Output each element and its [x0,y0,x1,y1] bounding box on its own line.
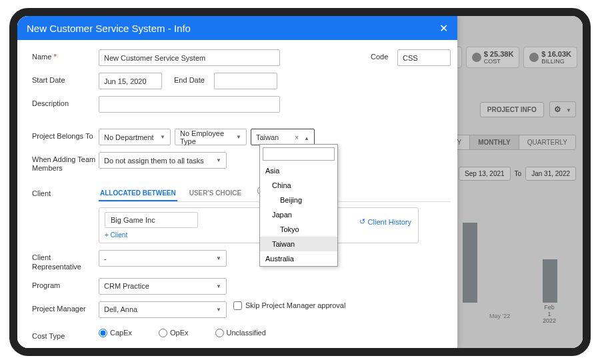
chevron-down-icon: ▼ [216,283,221,289]
client-rep-select[interactable]: -▼ [99,250,227,267]
project-mgr-select[interactable]: Dell, Anna▼ [99,301,227,318]
department-select[interactable]: No Department▼ [99,129,171,145]
location-select[interactable]: Taiwan×▲ [251,129,315,145]
dd-item-taiwan[interactable]: Taiwan [260,237,337,251]
employee-type-select[interactable]: No Employee Type▼ [175,129,247,145]
name-input[interactable] [99,49,280,66]
label-name: Name * [32,49,99,61]
label-client: Client [32,186,99,197]
label-program: Program [32,278,99,289]
clear-icon[interactable]: × [295,134,299,141]
dd-item-australia[interactable]: Australia [260,251,337,266]
tab-allocated-between[interactable]: ALLOCATED BETWEEN [99,186,177,201]
chevron-down-icon: ▼ [216,157,221,163]
close-button[interactable]: ✕ [439,22,448,35]
modal: New Customer Service System - Info ✕ Nam… [17,16,457,348]
label-code: Code [371,49,397,61]
add-client-link[interactable]: + Client [105,231,413,239]
chevron-down-icon: ▼ [216,307,221,313]
start-date-input[interactable] [99,73,162,89]
tab-users-choice[interactable]: USER'S CHOICE [188,186,243,201]
dd-item-asia[interactable]: Asia [260,163,337,178]
assign-rule-select[interactable]: Do not assign them to all tasks▼ [99,152,227,169]
label-start-date: Start Date [32,73,99,84]
radio-capex[interactable]: CapEx [99,329,132,337]
label-description: Description [32,96,99,107]
billing-type-value: Time & Materials - Hourly Rate [99,347,199,348]
location-dropdown: Asia China Beijing Japan Tokyo Taiwan Au… [259,144,338,267]
client-box: Big Game Inc + Client ↺Client History [99,207,419,243]
program-select[interactable]: CRM Practice▼ [99,278,227,295]
chevron-up-icon: ▲ [304,135,309,141]
client-history-link[interactable]: ↺Client History [359,217,411,226]
description-input[interactable] [99,96,280,113]
label-when-adding: When Adding Team Members [32,152,99,173]
label-billing-type: Billing Type [32,347,99,348]
chevron-down-icon: ▼ [160,134,165,140]
client-chip[interactable]: Big Game Inc [105,212,198,228]
dd-item-beijing[interactable]: Beijing [260,193,337,207]
dd-item-tokyo[interactable]: Tokyo [260,222,337,237]
label-end-date: End Date [174,73,214,84]
label-client-rep: Client Representative [32,250,99,271]
chevron-down-icon: ▼ [236,134,241,140]
dd-item-japan[interactable]: Japan [260,207,337,222]
label-project-mgr: Project Manager [32,301,99,313]
modal-body: Name * Code Start Date End Date Descript… [17,40,457,348]
end-date-input[interactable] [214,73,277,89]
dd-item-china[interactable]: China [260,178,337,193]
modal-title: New Customer Service System - Info [27,23,191,34]
label-belongs-to: Project Belongs To [32,129,99,140]
code-input[interactable] [397,49,451,66]
skip-pm-checkbox[interactable]: Skip Project Manager approval [233,301,345,310]
tablet-frame: 223.00HOURS $ 25.38KCOST $ 16.03KBILLING… [9,8,591,356]
label-cost-type: Cost Type [32,329,99,340]
chevron-down-icon: ▼ [216,255,221,261]
history-icon: ↺ [359,217,365,226]
dropdown-search-input[interactable] [263,147,335,161]
modal-header: New Customer Service System - Info ✕ [17,16,457,40]
radio-unclassified[interactable]: Unclassified [215,329,266,337]
screen: 223.00HOURS $ 25.38KCOST $ 16.03KBILLING… [17,16,583,348]
radio-opex[interactable]: OpEx [159,329,189,337]
